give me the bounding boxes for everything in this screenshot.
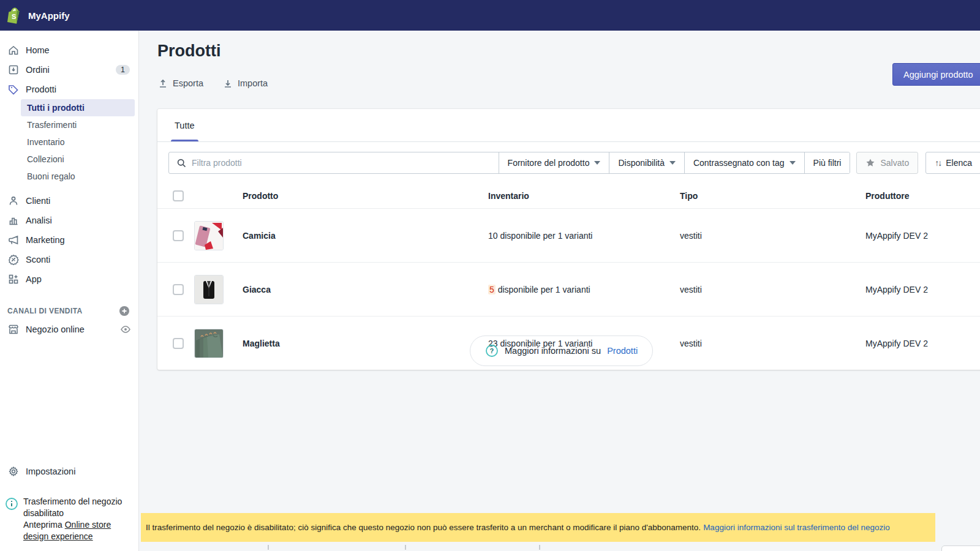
search-input[interactable] — [192, 158, 491, 168]
sidebar-subitem-collections[interactable]: Collezioni — [21, 151, 135, 168]
more-filters-button[interactable]: Più filtri — [804, 152, 850, 173]
select-all-checkbox[interactable] — [173, 190, 184, 201]
shopify-logo-icon[interactable]: S — [6, 7, 22, 24]
subitem-label: Buoni regalo — [27, 171, 75, 181]
table-row[interactable]: Camicia 10 disponibile per 1 varianti ve… — [157, 208, 980, 262]
export-button[interactable]: Esporta — [158, 78, 203, 88]
product-thumbnail[interactable] — [194, 221, 224, 250]
svg-text:?: ? — [490, 347, 494, 354]
bar-chart-icon — [7, 214, 20, 227]
product-name[interactable]: Camicia — [243, 231, 488, 241]
filter-row: Fornitore del prodotto Disponibilità Con… — [157, 142, 980, 184]
add-channel-icon[interactable] — [119, 305, 130, 317]
import-icon — [223, 78, 233, 88]
tagged-filter-dropdown[interactable]: Contrassegnato con tag — [684, 152, 804, 173]
partial-bottom-right-element — [941, 545, 980, 551]
bottom-tick — [268, 545, 269, 550]
row-checkbox[interactable] — [173, 338, 184, 349]
bottom-tick — [539, 545, 540, 550]
page-title: Prodotti — [157, 42, 221, 61]
star-icon — [865, 158, 875, 168]
type-cell: vestiti — [680, 339, 865, 348]
sidebar-item-online-store[interactable]: Negozio online — [0, 320, 138, 339]
product-thumbnail[interactable] — [194, 275, 224, 304]
vendor-filter-dropdown[interactable]: Fornitore del prodotto — [499, 152, 609, 173]
product-thumbnail[interactable] — [194, 329, 224, 358]
subitem-label: Collezioni — [27, 154, 64, 164]
sidebar-item-analytics[interactable]: Analisi — [0, 211, 138, 230]
column-header-product: Prodotto — [243, 191, 488, 201]
vendor-cell: MyAppify DEV 2 — [865, 339, 980, 348]
discount-icon — [7, 253, 20, 266]
sidebar: Home Ordini 1 Prodotti Tutti i prodotti … — [0, 31, 139, 551]
top-bar: S MyAppify — [0, 0, 980, 31]
availability-filter-dropdown[interactable]: Disponibilità — [609, 152, 684, 173]
sidebar-item-settings[interactable]: Impostazioni — [0, 462, 138, 481]
sidebar-item-marketing[interactable]: Marketing — [0, 230, 138, 250]
sidebar-item-label: Ordini — [26, 65, 50, 75]
subitem-label: Tutti i prodotti — [27, 103, 85, 113]
vendor-cell: MyAppify DEV 2 — [865, 231, 980, 241]
table-row[interactable]: Giacca 5 disponibile per 1 varianti vest… — [157, 262, 980, 316]
product-search[interactable] — [169, 152, 499, 173]
chevron-down-icon — [594, 161, 600, 165]
apps-icon — [7, 273, 20, 285]
saved-filters-button[interactable]: Salvato — [856, 152, 918, 174]
sidebar-item-label: Home — [26, 45, 50, 55]
notice-prefix: Anteprima — [23, 520, 65, 530]
sidebar-item-label: Prodotti — [26, 84, 56, 94]
orders-count-badge: 1 — [116, 65, 130, 75]
tab-all[interactable]: Tutte — [167, 109, 202, 141]
customers-icon — [7, 195, 20, 207]
store-transfer-banner: Il trasferimento del negozio è disabilit… — [141, 513, 935, 542]
sort-button[interactable]: ↑↓ Elenca — [925, 152, 980, 174]
type-cell: vestiti — [680, 231, 865, 241]
notice-text: Trasferimento del negozio disabilitato — [23, 497, 122, 518]
inventory-cell: 5 disponibile per 1 varianti — [488, 285, 680, 294]
sidebar-item-home[interactable]: Home — [0, 40, 138, 60]
inventory-quantity: 10 — [488, 231, 498, 241]
store-name: MyAppify — [28, 10, 70, 21]
tab-bar: Tutte — [157, 109, 980, 142]
row-checkbox[interactable] — [173, 230, 184, 241]
sidebar-subitem-transfers[interactable]: Trasferimenti — [21, 116, 135, 133]
import-button[interactable]: Importa — [223, 78, 268, 88]
megaphone-icon — [7, 234, 20, 246]
store-transfer-notice: Trasferimento del negozio disabilitato A… — [0, 492, 138, 551]
sidebar-subitem-all-products[interactable]: Tutti i prodotti — [21, 99, 135, 116]
inventory-quantity-low: 5 — [488, 285, 496, 294]
sidebar-item-label: Impostazioni — [26, 467, 75, 476]
sort-arrows-icon: ↑↓ — [935, 158, 941, 168]
sidebar-subitem-inventory[interactable]: Inventario — [21, 133, 135, 151]
learn-more-products-link[interactable]: Prodotti — [607, 346, 638, 356]
inventory-cell: 10 disponibile per 1 varianti — [488, 231, 680, 241]
sidebar-subitem-gift-cards[interactable]: Buoni regalo — [21, 168, 135, 185]
sidebar-item-label: Sconti — [26, 255, 50, 264]
svg-text:S: S — [12, 13, 16, 20]
type-cell: vestiti — [680, 285, 865, 294]
export-icon — [158, 78, 168, 88]
tag-icon — [7, 83, 20, 96]
product-name[interactable]: Maglietta — [243, 339, 488, 348]
subitem-label: Trasferimenti — [27, 120, 77, 130]
orders-icon — [7, 64, 20, 76]
storefront-icon — [7, 323, 20, 335]
view-store-eye-icon[interactable] — [120, 324, 131, 335]
sidebar-item-customers[interactable]: Clienti — [0, 191, 138, 211]
products-card: Tutte Fornitore del prodotto D — [157, 109, 980, 370]
gear-icon — [7, 465, 20, 478]
home-icon — [7, 44, 20, 56]
sales-channels-heading: CANALI DI VENDITA — [0, 302, 138, 320]
sidebar-item-label: Marketing — [26, 235, 65, 245]
row-checkbox[interactable] — [173, 284, 184, 295]
banner-link[interactable]: Maggiori informazioni sul trasferimento … — [703, 523, 890, 532]
product-name[interactable]: Giacca — [243, 285, 488, 294]
banner-text: Il trasferimento del negozio è disabilit… — [146, 523, 701, 532]
sidebar-item-apps[interactable]: App — [0, 269, 138, 289]
sidebar-item-orders[interactable]: Ordini 1 — [0, 60, 138, 80]
column-header-type: Tipo — [680, 191, 865, 201]
question-icon: ? — [485, 344, 499, 358]
add-product-button[interactable]: Aggiungi prodotto — [892, 63, 980, 86]
sidebar-item-discounts[interactable]: Sconti — [0, 250, 138, 269]
sidebar-item-products[interactable]: Prodotti — [0, 80, 138, 99]
